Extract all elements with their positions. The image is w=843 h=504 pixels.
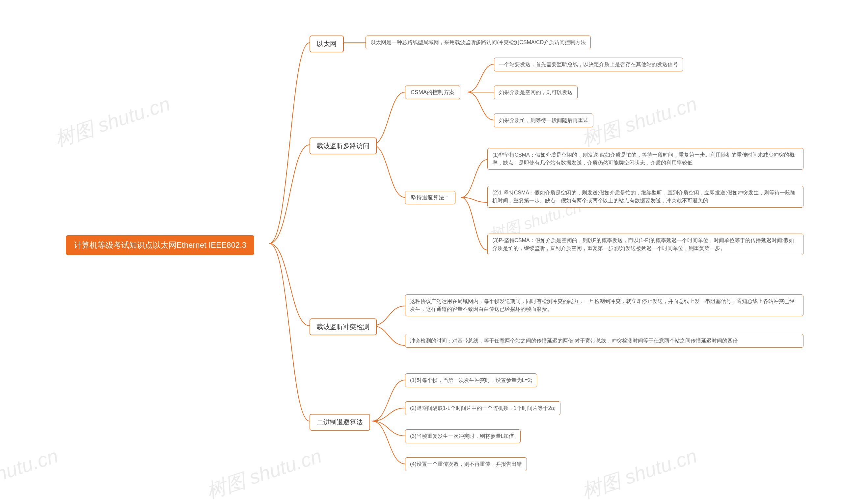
leaf-csmacd-2[interactable]: 冲突检测的时间：对基带总线，等于任意两个站之间的传播延迟的两倍;对于宽带总线，冲… (405, 334, 804, 348)
branch-ethernet[interactable]: 以太网 (310, 36, 344, 52)
watermark: 树图 shutu.cn (203, 443, 325, 504)
watermark: 树图 shutu.cn (578, 443, 701, 504)
watermark: 树图 shutu.cn (51, 91, 174, 153)
sub-persist-backoff[interactable]: 坚持退避算法： (405, 191, 455, 204)
watermark: 树图 shutu.cn (0, 443, 62, 504)
mindmap-root[interactable]: 计算机等级考试知识点以太网Ethernet IEEE802.3 (66, 235, 254, 255)
watermark: 树图 shutu.cn (578, 91, 701, 153)
leaf-persist-1[interactable]: (1)非坚持CSMA：假如介质是空闲的，则发送;假如介质是忙的，等待一段时间，重… (487, 148, 804, 170)
leaf-csma-2[interactable]: 如果介质是空闲的，则可以发送 (494, 86, 578, 100)
branch-csma[interactable]: 载波监听多路访问 (310, 138, 377, 154)
leaf-backoff-4[interactable]: (4)设置一个重传次数，则不再重传，并报告出错 (405, 457, 527, 471)
leaf-persist-2[interactable]: (2)1-坚持CSMA：假如介质是空闲的，则发送;假如介质是忙的，继续监听，直到… (487, 186, 804, 208)
branch-csma-cd[interactable]: 载波监听冲突检测 (310, 319, 377, 335)
leaf-csma-1[interactable]: 一个站要发送，首先需要监听总线，以决定介质上是否存在其他站的发送信号 (494, 58, 683, 71)
sub-csma-control[interactable]: CSMA的控制方案 (405, 86, 460, 99)
leaf-csma-3[interactable]: 如果介质忙，则等待一段间隔后再重试 (494, 113, 593, 127)
leaf-backoff-1[interactable]: (1)对每个帧，当第一次发生冲突时，设置参量为L=2; (405, 373, 537, 387)
leaf-backoff-3[interactable]: (3)当帧重复发生一次冲突时，则将参量L加倍; (405, 429, 521, 443)
branch-binary-backoff[interactable]: 二进制退避算法 (310, 414, 370, 431)
leaf-ethernet-desc[interactable]: 以太网是一种总路线型局域网，采用载波监听多路访问/冲突检测CSMA/CD介质访问… (365, 36, 591, 49)
leaf-backoff-2[interactable]: (2)退避间隔取1-L个时间片中的一个随机数，1个时间片等于2a; (405, 401, 561, 415)
leaf-csmacd-1[interactable]: 这种协议广泛运用在局域网内，每个帧发送期间，同时有检测冲突的能力，一旦检测到冲突… (405, 294, 804, 316)
leaf-persist-3[interactable]: (3)P-坚持CSMA：假如介质是空闲的，则以P的概率发送，而以(1-P)的概率… (487, 234, 804, 255)
